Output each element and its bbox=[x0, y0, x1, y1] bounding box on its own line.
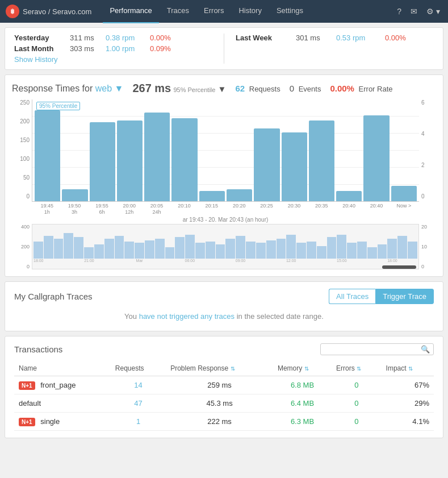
bars-area bbox=[32, 99, 419, 202]
chart-bar bbox=[282, 132, 307, 201]
yesterday-stat: Yesterday 311 ms 0.38 rpm 0.00% bbox=[14, 34, 212, 42]
nav-traces[interactable]: Traces bbox=[160, 0, 196, 23]
mini-bar bbox=[357, 242, 367, 259]
navbar: Seravo / Seravo.com Performance Traces E… bbox=[0, 0, 448, 23]
last-week-ms: 301 ms bbox=[296, 34, 327, 42]
show-history-link[interactable]: Show History bbox=[14, 55, 212, 64]
last-month-rpm: 1.00 rpm bbox=[106, 44, 145, 53]
main-nav: Performance Traces Errors History Settin… bbox=[103, 0, 395, 23]
svg-rect-1 bbox=[11, 10, 14, 13]
mini-bar bbox=[327, 237, 337, 259]
chart-title: Response Times for web ▼ bbox=[12, 84, 123, 94]
trigger-trace-button[interactable]: Trigger Trace bbox=[375, 289, 434, 304]
chart-bar bbox=[363, 115, 389, 201]
mini-bar bbox=[124, 242, 134, 259]
td-impact-0: 67% bbox=[382, 376, 434, 394]
chart-ms-value: 267 ms bbox=[132, 82, 171, 94]
chart-x-label: 19:556h bbox=[89, 203, 115, 215]
mini-bar bbox=[185, 235, 195, 259]
td-response-0: 259 ms bbox=[166, 376, 273, 394]
td-response-2: 222 ms bbox=[166, 412, 273, 430]
nav-icons: ? ✉ ⚙ ▾ bbox=[395, 7, 442, 16]
badge-n1: N+1 bbox=[19, 381, 35, 390]
yesterday-label: Yesterday bbox=[14, 34, 65, 42]
gear-icon[interactable]: ⚙ ▾ bbox=[424, 7, 442, 16]
chart-x-label: 20:25 bbox=[254, 203, 279, 215]
col-name: Name bbox=[14, 361, 111, 376]
chart-header: Response Times for web ▼ 267 ms 95% Perc… bbox=[12, 82, 436, 95]
chart-percentile[interactable]: 95% Percentile bbox=[173, 86, 215, 93]
mini-bar bbox=[44, 236, 53, 259]
stats-left: Yesterday 311 ms 0.38 rpm 0.00% Last Mon… bbox=[14, 34, 212, 64]
chart-bar bbox=[90, 122, 115, 201]
chart-error-rate: 0.00% bbox=[330, 84, 354, 93]
search-icon[interactable]: 🔍 bbox=[421, 345, 430, 354]
td-impact-2: 4.1% bbox=[382, 412, 434, 430]
nav-performance[interactable]: Performance bbox=[103, 0, 158, 23]
nav-errors[interactable]: Errors bbox=[197, 0, 231, 23]
percentile-dropdown-icon[interactable]: ▼ bbox=[218, 84, 227, 94]
col-impact[interactable]: Impact ⇅ bbox=[382, 361, 434, 376]
mini-bar bbox=[84, 247, 94, 259]
chart-web-label[interactable]: web bbox=[95, 84, 112, 93]
traces-msg-link[interactable]: have not triggered any traces bbox=[139, 312, 235, 321]
mini-bar bbox=[94, 244, 104, 259]
search-box[interactable]: 🔍 bbox=[320, 343, 434, 355]
table-row: N+1 front_page 14 259 ms 6.8 MB 0 67% bbox=[14, 376, 434, 394]
col-requests[interactable]: Requests bbox=[111, 361, 166, 376]
stats-bar: Yesterday 311 ms 0.38 rpm 0.00% Last Mon… bbox=[5, 27, 443, 70]
chart-bar bbox=[117, 120, 143, 201]
chart-requests-label: Requests bbox=[249, 85, 280, 93]
chart-events-stat: 0 Events bbox=[290, 84, 321, 93]
row-name[interactable]: front_page bbox=[40, 381, 76, 389]
chart-x-label: 20:40 bbox=[336, 203, 362, 215]
mini-bar bbox=[236, 236, 245, 259]
row-name[interactable]: single bbox=[40, 417, 60, 426]
td-response-1: 45.3 ms bbox=[166, 394, 273, 412]
td-errors-1: 0 bbox=[332, 394, 382, 412]
help-icon[interactable]: ? bbox=[395, 7, 404, 16]
search-input[interactable] bbox=[324, 345, 421, 354]
mini-bar bbox=[74, 237, 83, 259]
nav-history[interactable]: History bbox=[232, 0, 268, 23]
mini-bars-area bbox=[32, 225, 418, 259]
mail-icon[interactable]: ✉ bbox=[408, 7, 420, 16]
col-errors[interactable]: Errors ⇅ bbox=[332, 361, 382, 376]
mini-bar bbox=[378, 244, 387, 259]
mini-bar bbox=[307, 242, 316, 259]
yesterday-ms: 311 ms bbox=[70, 34, 101, 42]
nav-settings[interactable]: Settings bbox=[270, 0, 310, 23]
stats-right: Last Week 301 ms 0.53 rpm 0.00% bbox=[236, 34, 434, 42]
mini-chart[interactable]: 18:0021:00Mar06:0009:0012:0015:0018:00 bbox=[32, 224, 419, 269]
chart-x-label: 19:451h bbox=[34, 203, 60, 215]
mini-chart-wrapper: 0 200 400 18:0021:00Mar06:0009:0012:0015… bbox=[12, 224, 436, 269]
chart-bar bbox=[171, 118, 197, 201]
mini-scrollbar[interactable] bbox=[382, 265, 416, 269]
mini-bar bbox=[387, 239, 397, 259]
dropdown-icon[interactable]: ▼ bbox=[115, 84, 124, 93]
transactions-section: Transactions 🔍 Name Requests Problem Res… bbox=[5, 336, 443, 438]
mini-bar bbox=[155, 239, 165, 259]
last-month-stat: Last Month 303 ms 1.00 rpm 0.09% bbox=[14, 44, 212, 53]
traces-msg-pre: You bbox=[124, 312, 139, 321]
td-memory-1: 6.4 MB bbox=[273, 394, 332, 412]
chart-bar bbox=[62, 189, 87, 201]
last-week-rpm: 0.53 rpm bbox=[336, 34, 376, 42]
brand[interactable]: Seravo / Seravo.com bbox=[6, 5, 91, 18]
chart-error-stat: 0.00% Error Rate bbox=[330, 84, 392, 93]
td-memory-2: 6.3 MB bbox=[273, 412, 332, 430]
chart-x-label: 19:503h bbox=[61, 203, 87, 215]
chart-section: Response Times for web ▼ 267 ms 95% Perc… bbox=[5, 74, 443, 277]
td-name-0: N+1 front_page bbox=[14, 376, 111, 394]
percentile-marker: 95% Percentile bbox=[36, 102, 80, 110]
y-axis-right: 0 2 4 6 bbox=[419, 99, 436, 202]
td-name-2: N+1 single bbox=[14, 412, 111, 430]
mini-bar bbox=[246, 242, 256, 259]
col-problem-response[interactable]: Problem Response ⇅ bbox=[166, 361, 273, 376]
yesterday-rpm: 0.38 rpm bbox=[106, 34, 145, 42]
mini-bar bbox=[277, 239, 286, 259]
all-traces-button[interactable]: All Traces bbox=[329, 289, 375, 304]
row-name[interactable]: default bbox=[19, 399, 41, 408]
col-memory[interactable]: Memory ⇅ bbox=[273, 361, 332, 376]
mini-bar bbox=[347, 243, 357, 259]
